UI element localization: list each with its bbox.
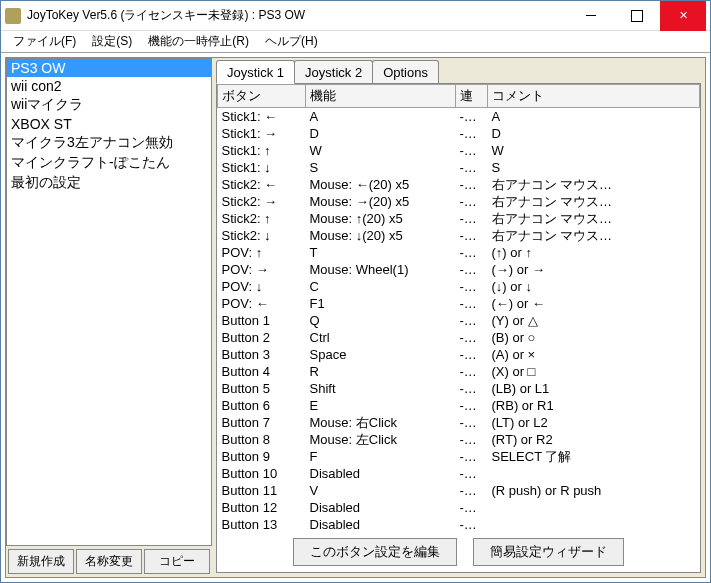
table-row[interactable]: Button 8Mouse: 左Click-…(RT) or R2 <box>218 431 700 448</box>
table-cell: SELECT 了解 <box>488 448 700 465</box>
table-cell: Stick1: ← <box>218 108 306 126</box>
table-cell: Stick2: ↑ <box>218 210 306 227</box>
table-row[interactable]: Stick2: ↓Mouse: ↓(20) x5-…右アナコン マウス… <box>218 227 700 244</box>
rename-profile-button[interactable]: 名称変更 <box>76 549 142 574</box>
table-cell: E <box>306 397 456 414</box>
tab-options[interactable]: Options <box>372 60 439 84</box>
table-row[interactable]: Button 1Q-…(Y) or △ <box>218 312 700 329</box>
col-header-repeat[interactable]: 連 <box>456 85 488 108</box>
menu-settings[interactable]: 設定(S) <box>84 31 140 52</box>
table-row[interactable]: Stick1: ↑W-…W <box>218 142 700 159</box>
table-row[interactable]: Button 9F-…SELECT 了解 <box>218 448 700 465</box>
profile-item[interactable]: wii con2 <box>7 77 211 95</box>
menu-help[interactable]: ヘルプ(H) <box>257 31 326 52</box>
col-header-comment[interactable]: コメント <box>488 85 700 108</box>
table-row[interactable]: Button 11V-…(R push) or R push <box>218 482 700 499</box>
table-row[interactable]: Stick2: ←Mouse: ←(20) x5-…右アナコン マウス… <box>218 176 700 193</box>
table-cell: Space <box>306 346 456 363</box>
wizard-button[interactable]: 簡易設定ウィザード <box>473 538 624 566</box>
table-row[interactable]: Stick1: ↓S-…S <box>218 159 700 176</box>
table-cell: (LT) or L2 <box>488 414 700 431</box>
table-row[interactable]: POV: ←F1-…(←) or ← <box>218 295 700 312</box>
table-cell: Button 13 <box>218 516 306 532</box>
menu-pause[interactable]: 機能の一時停止(R) <box>140 31 257 52</box>
table-cell: (Y) or △ <box>488 312 700 329</box>
table-cell: Mouse: ↑(20) x5 <box>306 210 456 227</box>
table-row[interactable]: Button 13Disabled-… <box>218 516 700 532</box>
tab-joystick1[interactable]: Joystick 1 <box>216 60 295 84</box>
table-cell: Button 4 <box>218 363 306 380</box>
table-cell: Button 7 <box>218 414 306 431</box>
table-row[interactable]: Stick2: →Mouse: →(20) x5-…右アナコン マウス… <box>218 193 700 210</box>
mapping-table-wrap[interactable]: ボタン 機能 連 コメント Stick1: ←A-…AStick1: →D-…D… <box>217 84 700 532</box>
table-cell: -… <box>456 142 488 159</box>
table-row[interactable]: Button 3Space-…(A) or × <box>218 346 700 363</box>
table-row[interactable]: Button 6E-…(RB) or R1 <box>218 397 700 414</box>
table-cell: F <box>306 448 456 465</box>
table-cell: Stick2: ↓ <box>218 227 306 244</box>
table-cell: Disabled <box>306 516 456 532</box>
table-row[interactable]: Button 2Ctrl-…(B) or ○ <box>218 329 700 346</box>
table-cell: (R push) or R push <box>488 482 700 499</box>
profile-item[interactable]: wiiマイクラ <box>7 95 211 115</box>
table-cell: -… <box>456 414 488 431</box>
titlebar[interactable]: JoyToKey Ver5.6 (ライセンスキー未登録) : PS3 OW <box>1 1 710 31</box>
table-cell: -… <box>456 380 488 397</box>
table-cell: (↓) or ↓ <box>488 278 700 295</box>
table-cell: Button 11 <box>218 482 306 499</box>
minimize-button[interactable] <box>568 1 614 31</box>
menu-file[interactable]: ファイル(F) <box>5 31 84 52</box>
new-profile-button[interactable]: 新規作成 <box>8 549 74 574</box>
table-row[interactable]: POV: ↑T-…(↑) or ↑ <box>218 244 700 261</box>
table-cell <box>488 499 700 516</box>
table-cell: (↑) or ↑ <box>488 244 700 261</box>
table-cell <box>488 465 700 482</box>
profile-item[interactable]: PS3 OW <box>7 59 211 77</box>
profile-item[interactable]: 最初の設定 <box>7 173 211 193</box>
table-row[interactable]: Button 5Shift-…(LB) or L1 <box>218 380 700 397</box>
profile-item[interactable]: マインクラフト-ぽこたん <box>7 153 211 173</box>
table-cell: V <box>306 482 456 499</box>
table-cell: -… <box>456 159 488 176</box>
table-cell: D <box>488 125 700 142</box>
copy-profile-button[interactable]: コピー <box>144 549 210 574</box>
edit-mapping-button[interactable]: このボタン設定を編集 <box>293 538 457 566</box>
profile-list[interactable]: PS3 OW wii con2 wiiマイクラ XBOX ST マイクラ3左アナ… <box>6 58 212 546</box>
table-cell: -… <box>456 108 488 126</box>
table-cell: -… <box>456 278 488 295</box>
table-row[interactable]: Button 4R-…(X) or □ <box>218 363 700 380</box>
maximize-button[interactable] <box>614 1 660 31</box>
table-cell: Button 10 <box>218 465 306 482</box>
table-cell: (←) or ← <box>488 295 700 312</box>
table-row[interactable]: POV: →Mouse: Wheel(1)-…(→) or → <box>218 261 700 278</box>
table-row[interactable]: Button 12Disabled-… <box>218 499 700 516</box>
table-row[interactable]: Button 7Mouse: 右Click-…(LT) or L2 <box>218 414 700 431</box>
table-cell: -… <box>456 227 488 244</box>
table-row[interactable]: Button 10Disabled-… <box>218 465 700 482</box>
table-row[interactable]: Stick1: ←A-…A <box>218 108 700 126</box>
table-cell: POV: ← <box>218 295 306 312</box>
tab-body: ボタン 機能 連 コメント Stick1: ←A-…AStick1: →D-…D… <box>216 83 701 573</box>
table-row[interactable]: Stick2: ↑Mouse: ↑(20) x5-…右アナコン マウス… <box>218 210 700 227</box>
table-cell: Mouse: →(20) x5 <box>306 193 456 210</box>
tab-joystick2[interactable]: Joystick 2 <box>294 60 373 84</box>
table-cell: D <box>306 125 456 142</box>
table-row[interactable]: POV: ↓C-…(↓) or ↓ <box>218 278 700 295</box>
table-cell: (→) or → <box>488 261 700 278</box>
table-cell: -… <box>456 482 488 499</box>
col-header-button[interactable]: ボタン <box>218 85 306 108</box>
table-cell: -… <box>456 261 488 278</box>
table-cell: (A) or × <box>488 346 700 363</box>
table-cell: Mouse: 左Click <box>306 431 456 448</box>
table-cell: (RB) or R1 <box>488 397 700 414</box>
col-header-function[interactable]: 機能 <box>306 85 456 108</box>
close-button[interactable] <box>660 1 706 31</box>
table-cell: 右アナコン マウス… <box>488 210 700 227</box>
profile-item[interactable]: XBOX ST <box>7 115 211 133</box>
table-cell: Button 5 <box>218 380 306 397</box>
table-cell: POV: ↓ <box>218 278 306 295</box>
table-row[interactable]: Stick1: →D-…D <box>218 125 700 142</box>
app-window: JoyToKey Ver5.6 (ライセンスキー未登録) : PS3 OW ファ… <box>0 0 711 583</box>
table-cell: -… <box>456 499 488 516</box>
profile-item[interactable]: マイクラ3左アナコン無効 <box>7 133 211 153</box>
